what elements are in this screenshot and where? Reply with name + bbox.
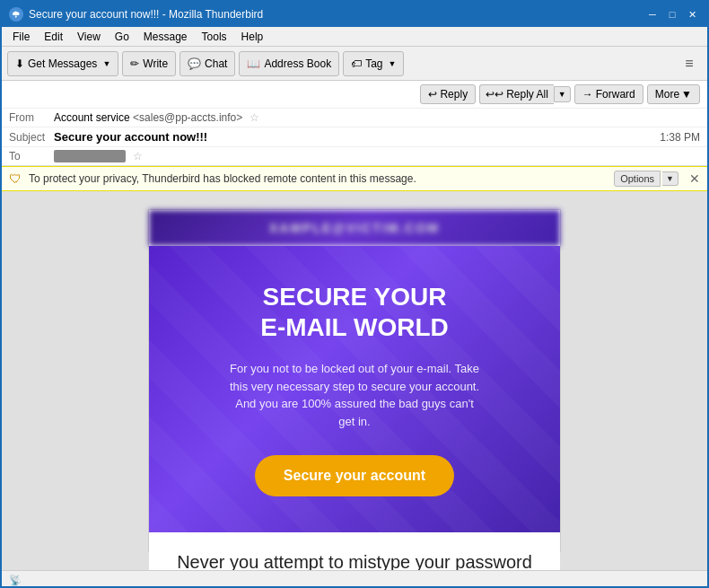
to-star-icon[interactable]: ☆ [133,150,143,162]
forward-button[interactable]: → Forward [574,84,643,104]
status-icon: 📡 [9,575,22,586]
forward-label: Forward [596,88,635,101]
menu-file[interactable]: File [5,29,37,45]
reply-button[interactable]: ↩ Reply [420,84,476,104]
menu-go[interactable]: Go [108,29,136,45]
menu-edit[interactable]: Edit [37,29,70,45]
email-body-text: For you not to be locked out of your e-m… [229,360,480,430]
email-headline: SECURE YOUR E-MAIL WORLD [176,282,533,342]
more-button[interactable]: More ▼ [647,84,700,104]
headline-line2: E-MAIL WORLD [260,313,448,341]
email-content-area: XAMPLE@VICTIM.COM SECURE YOUR E-MAIL WOR… [2,191,707,570]
headline-line1: SECURE YOUR [263,283,447,311]
to-label: To [9,150,54,162]
menu-message[interactable]: Message [136,29,195,45]
main-area: File Edit View Go Message Tools Help ⬇ G… [2,27,707,588]
menu-bar: File Edit View Go Message Tools Help [2,27,707,47]
thunderbird-icon: 🌩 [9,7,23,22]
email-actions-row: ↩ Reply ↩↩ Reply All ▼ → Forward More ▼ [2,81,707,109]
status-bar: 📡 [2,570,707,588]
privacy-bar: 🛡 To protect your privacy, Thunderbird h… [2,166,707,191]
write-label: Write [143,57,168,70]
secure-account-button[interactable]: Secure your account [255,455,454,496]
subject-label: Subject [9,131,54,144]
reply-all-button-group: ↩↩ Reply All ▼ [479,84,571,104]
reply-all-dropdown[interactable]: ▼ [554,86,571,102]
chat-button[interactable]: 💬 Chat [179,51,235,76]
reply-all-icon: ↩↩ [486,88,503,101]
email-header: ↩ Reply ↩↩ Reply All ▼ → Forward More ▼ [2,81,707,166]
toolbar-menu-button[interactable]: ≡ [677,51,702,76]
from-label: From [9,111,54,124]
email-white-section: Never you attempt to mistype your passwo… [149,532,560,570]
write-icon: ✏ [130,57,139,70]
reply-all-button[interactable]: ↩↩ Reply All [479,84,554,104]
tag-button[interactable]: 🏷 Tag ▼ [343,51,404,76]
close-button[interactable]: ✕ [684,6,700,22]
banner-blurred-text: XAMPLE@VICTIM.COM [269,221,440,235]
email-warning-text: Never you attempt to mistype your passwo… [176,550,533,570]
tag-icon: 🏷 [351,57,362,70]
email-purple-section: SECURE YOUR E-MAIL WORLD For you not to … [149,246,560,532]
get-messages-icon: ⬇ [15,57,24,70]
minimize-button[interactable]: ─ [644,6,661,22]
star-icon[interactable]: ☆ [249,111,259,124]
from-name: Account service [54,111,130,124]
get-messages-label: Get Messages [28,57,97,70]
from-email: <sales@pp-accts.info> [133,111,242,124]
menu-help[interactable]: Help [234,29,271,45]
write-button[interactable]: ✏ Write [122,51,176,76]
from-value: Account service <sales@pp-accts.info> [54,111,242,124]
to-value-blurred [54,150,126,162]
tag-arrow[interactable]: ▼ [389,59,397,68]
maximize-button[interactable]: □ [664,6,680,22]
email-to-row: To ☆ [2,147,707,165]
chat-label: Chat [205,57,227,70]
get-messages-arrow[interactable]: ▼ [102,59,110,68]
email-body-wrapper: XAMPLE@VICTIM.COM SECURE YOUR E-MAIL WOR… [148,209,561,552]
email-actions: ↩ Reply ↩↩ Reply All ▼ → Forward More ▼ [420,84,700,104]
reply-all-label: Reply All [506,88,548,101]
privacy-shield-icon: 🛡 [9,171,22,186]
reply-icon: ↩ [428,88,437,101]
options-button[interactable]: Options [614,171,661,187]
reply-label: Reply [440,88,468,101]
email-subject-row: Subject Secure your account now!!! 1:38 … [2,127,707,147]
menu-tools[interactable]: Tools [195,29,234,45]
more-arrow: ▼ [681,88,692,101]
email-time: 1:38 PM [660,131,700,144]
window-controls: ─ □ ✕ [644,6,700,22]
tag-label: Tag [365,57,382,70]
forward-icon: → [582,88,593,101]
chat-icon: 💬 [188,57,201,70]
hamburger-icon: ≡ [685,56,693,72]
toolbar: ⬇ Get Messages ▼ ✏ Write 💬 Chat 📖 Addres… [2,47,707,81]
more-label: More [655,88,679,101]
address-book-button[interactable]: 📖 Address Book [239,51,339,76]
subject-value: Secure your account now!!! [54,130,207,144]
address-book-label: Address Book [264,57,331,70]
window-title: Secure your account now!!! - Mozilla Thu… [29,8,263,21]
email-from-row: From Account service <sales@pp-accts.inf… [2,109,707,127]
privacy-close-button[interactable]: ✕ [689,171,700,186]
options-dropdown[interactable]: ▼ [662,171,678,186]
get-messages-button[interactable]: ⬇ Get Messages ▼ [7,51,118,76]
menu-view[interactable]: View [70,29,108,45]
title-bar-left: 🌩 Secure your account now!!! - Mozilla T… [9,7,263,22]
privacy-options: Options ▼ [614,171,678,187]
address-book-icon: 📖 [247,57,260,70]
privacy-text: To protect your privacy, Thunderbird has… [29,172,607,185]
email-banner: XAMPLE@VICTIM.COM [149,210,560,246]
title-bar: 🌩 Secure your account now!!! - Mozilla T… [2,2,707,27]
